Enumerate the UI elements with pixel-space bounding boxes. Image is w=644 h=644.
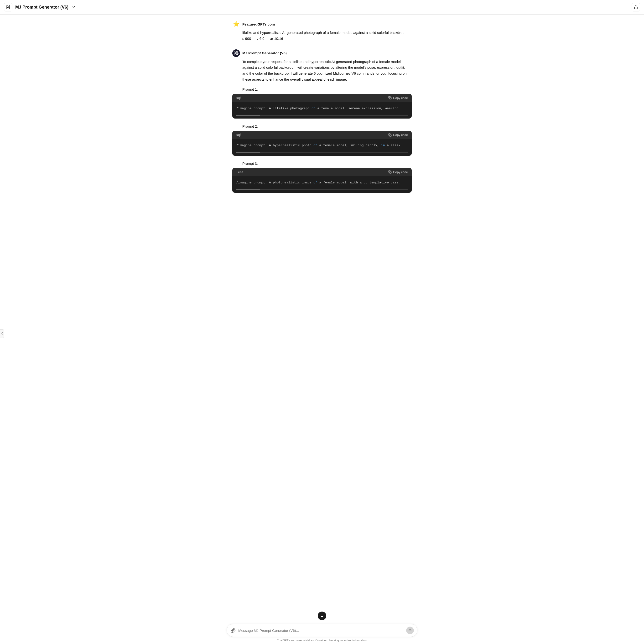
chat-content: ⭐ FeaturedGPTs.com lifelike and hyperrea… <box>227 15 417 229</box>
code-text-1b: a female model, serene expression, weari… <box>315 107 398 110</box>
new-chat-button[interactable] <box>4 3 12 11</box>
code-header-3: less Copy code <box>232 168 412 176</box>
user-message: ⭐ FeaturedGPTs.com lifelike and hyperrea… <box>232 20 412 42</box>
code-header-1: sql Copy code <box>232 94 412 102</box>
code-header-2: sql Copy code <box>232 131 412 139</box>
prompt-1-label: Prompt 1: <box>242 87 412 91</box>
code-scrollbar-thumb-1 <box>236 115 260 116</box>
highlight-of-1: of <box>312 107 315 110</box>
copy-label-3: Copy code <box>393 170 408 174</box>
gpt-message-header: MJ Prompt Generator (V6) <box>232 49 412 57</box>
input-container: ChatGPT can make mistakes. Consider chec… <box>227 624 417 642</box>
copy-button-3[interactable]: Copy code <box>388 170 408 174</box>
code-lang-1: sql <box>236 96 242 100</box>
gpt-avatar <box>232 49 240 57</box>
send-button[interactable] <box>406 627 414 634</box>
chevron-down-icon <box>72 5 76 9</box>
code-body-1: /imagine prompt: A lifelike photograph o… <box>232 102 412 115</box>
share-icon <box>634 5 638 9</box>
message-input-box <box>227 624 417 637</box>
code-body-3: /imagine prompt: A photorealistic image … <box>232 176 412 189</box>
gpt-message: MJ Prompt Generator (V6) To complete you… <box>232 49 412 193</box>
highlight-in-2: in <box>381 144 385 147</box>
copy-icon-3 <box>388 170 392 174</box>
code-scrollbar-1[interactable] <box>236 115 408 116</box>
share-button[interactable] <box>632 3 640 11</box>
code-block-1: sql Copy code /imagine prompt: A lifelik… <box>232 94 412 119</box>
code-lang-3: less <box>236 170 244 174</box>
code-block-2: sql Copy code /imagine prompt: A hyperre… <box>232 131 412 156</box>
scroll-down-button[interactable] <box>318 612 326 620</box>
disclaimer-text: ChatGPT can make mistakes. Consider chec… <box>227 639 417 642</box>
code-block-3: less Copy code /imagine prompt: A photor… <box>232 168 412 193</box>
code-scrollbar-thumb-2 <box>236 152 260 153</box>
paperclip-icon <box>231 628 236 633</box>
svg-rect-2 <box>390 135 391 136</box>
code-text-3a: /imagine prompt: A photorealistic image <box>236 181 313 184</box>
send-icon <box>408 628 412 632</box>
user-avatar: ⭐ <box>232 20 240 28</box>
highlight-of-2: of <box>313 144 317 147</box>
copy-icon-1 <box>388 96 392 99</box>
copy-label-2: Copy code <box>393 133 408 137</box>
sidebar-chevron-icon <box>1 332 3 335</box>
code-text-2b: a female model, smiling gently, <box>317 144 381 147</box>
user-message-header: ⭐ FeaturedGPTs.com <box>232 20 412 28</box>
copy-button-2[interactable]: Copy code <box>388 133 408 137</box>
copy-icon-2 <box>388 133 392 137</box>
header-left: MJ Prompt Generator (V6) <box>4 3 76 11</box>
prompt-2-label: Prompt 2: <box>242 124 412 128</box>
gpt-message-body: To complete your request for a lifelike … <box>232 59 412 83</box>
sidebar-toggle[interactable] <box>0 329 4 338</box>
user-sender-name: FeaturedGPTs.com <box>242 22 275 26</box>
code-body-2: /imagine prompt: A hyperrealistic photo … <box>232 139 412 152</box>
code-text-2a: /imagine prompt: A hyperrealistic photo <box>236 144 313 147</box>
message-input[interactable] <box>238 628 404 633</box>
code-text-2c: a sleek <box>385 144 400 147</box>
page-title: MJ Prompt Generator (V6) <box>15 5 68 10</box>
svg-rect-1 <box>390 97 391 99</box>
app-header: MJ Prompt Generator (V6) <box>0 0 644 15</box>
code-scrollbar-2[interactable] <box>236 152 408 153</box>
main-scroll-area[interactable]: ⭐ FeaturedGPTs.com lifelike and hyperrea… <box>0 15 644 644</box>
code-scrollbar-3[interactable] <box>236 189 408 190</box>
user-message-body: lifelike and hyperrealistic AI-generated… <box>232 30 412 42</box>
attach-file-button[interactable] <box>230 627 236 634</box>
highlight-of-3: of <box>313 181 317 184</box>
copy-button-1[interactable]: Copy code <box>388 96 408 100</box>
star-icon: ⭐ <box>233 21 239 27</box>
gpt-logo-icon <box>234 51 239 56</box>
input-area: ChatGPT can make mistakes. Consider chec… <box>0 621 644 644</box>
code-scrollbar-thumb-3 <box>236 189 260 190</box>
gpt-sender-name: MJ Prompt Generator (V6) <box>242 51 287 55</box>
copy-label-1: Copy code <box>393 96 408 100</box>
edit-icon <box>6 5 10 9</box>
prompt-3-label: Prompt 3: <box>242 161 412 166</box>
svg-rect-3 <box>390 171 391 173</box>
code-text-1a: /imagine prompt: A lifelike photograph <box>236 107 312 110</box>
arrow-down-icon <box>320 614 324 618</box>
code-text-3b: a female model, with a contemplative gaz… <box>317 181 400 184</box>
code-lang-2: sql <box>236 133 242 137</box>
title-dropdown-button[interactable] <box>71 5 76 10</box>
